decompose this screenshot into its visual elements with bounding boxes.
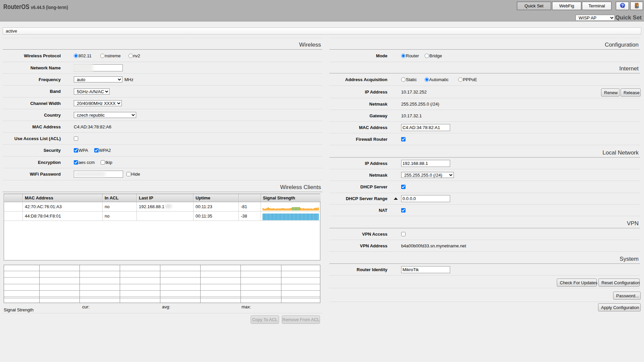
svg-text:?: ? bbox=[621, 3, 624, 8]
